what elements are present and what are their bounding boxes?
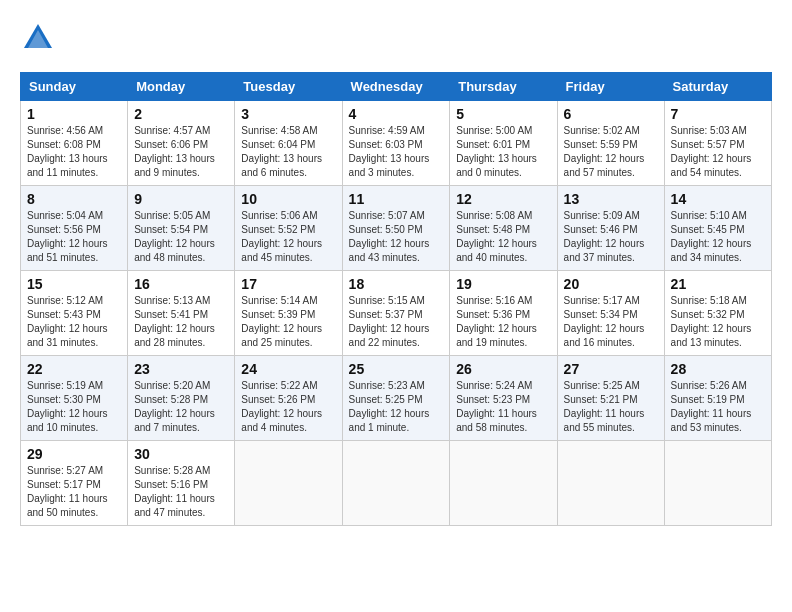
day-info: Sunrise: 5:09 AMSunset: 5:46 PMDaylight:…	[564, 209, 658, 265]
calendar-week-1: 1Sunrise: 4:56 AMSunset: 6:08 PMDaylight…	[21, 101, 772, 186]
calendar-header-saturday: Saturday	[664, 73, 771, 101]
calendar-cell: 30Sunrise: 5:28 AMSunset: 5:16 PMDayligh…	[128, 441, 235, 526]
calendar-cell	[557, 441, 664, 526]
day-info: Sunrise: 5:04 AMSunset: 5:56 PMDaylight:…	[27, 209, 121, 265]
logo-icon	[20, 20, 56, 56]
day-info: Sunrise: 5:26 AMSunset: 5:19 PMDaylight:…	[671, 379, 765, 435]
day-number: 21	[671, 276, 765, 292]
day-number: 26	[456, 361, 550, 377]
day-info: Sunrise: 5:15 AMSunset: 5:37 PMDaylight:…	[349, 294, 444, 350]
calendar-header-sunday: Sunday	[21, 73, 128, 101]
day-number: 28	[671, 361, 765, 377]
calendar-cell: 5Sunrise: 5:00 AMSunset: 6:01 PMDaylight…	[450, 101, 557, 186]
day-number: 23	[134, 361, 228, 377]
day-info: Sunrise: 5:05 AMSunset: 5:54 PMDaylight:…	[134, 209, 228, 265]
day-info: Sunrise: 4:57 AMSunset: 6:06 PMDaylight:…	[134, 124, 228, 180]
calendar-cell: 20Sunrise: 5:17 AMSunset: 5:34 PMDayligh…	[557, 271, 664, 356]
calendar-cell: 22Sunrise: 5:19 AMSunset: 5:30 PMDayligh…	[21, 356, 128, 441]
day-info: Sunrise: 4:59 AMSunset: 6:03 PMDaylight:…	[349, 124, 444, 180]
day-info: Sunrise: 5:23 AMSunset: 5:25 PMDaylight:…	[349, 379, 444, 435]
calendar-cell: 6Sunrise: 5:02 AMSunset: 5:59 PMDaylight…	[557, 101, 664, 186]
calendar-cell: 19Sunrise: 5:16 AMSunset: 5:36 PMDayligh…	[450, 271, 557, 356]
calendar-cell: 26Sunrise: 5:24 AMSunset: 5:23 PMDayligh…	[450, 356, 557, 441]
calendar-cell: 18Sunrise: 5:15 AMSunset: 5:37 PMDayligh…	[342, 271, 450, 356]
calendar-week-4: 22Sunrise: 5:19 AMSunset: 5:30 PMDayligh…	[21, 356, 772, 441]
day-info: Sunrise: 5:18 AMSunset: 5:32 PMDaylight:…	[671, 294, 765, 350]
day-number: 9	[134, 191, 228, 207]
day-info: Sunrise: 5:20 AMSunset: 5:28 PMDaylight:…	[134, 379, 228, 435]
day-number: 3	[241, 106, 335, 122]
day-number: 22	[27, 361, 121, 377]
day-number: 20	[564, 276, 658, 292]
day-number: 18	[349, 276, 444, 292]
day-info: Sunrise: 5:10 AMSunset: 5:45 PMDaylight:…	[671, 209, 765, 265]
calendar-week-2: 8Sunrise: 5:04 AMSunset: 5:56 PMDaylight…	[21, 186, 772, 271]
calendar-cell: 1Sunrise: 4:56 AMSunset: 6:08 PMDaylight…	[21, 101, 128, 186]
day-info: Sunrise: 5:19 AMSunset: 5:30 PMDaylight:…	[27, 379, 121, 435]
day-info: Sunrise: 5:07 AMSunset: 5:50 PMDaylight:…	[349, 209, 444, 265]
day-number: 11	[349, 191, 444, 207]
calendar-header-thursday: Thursday	[450, 73, 557, 101]
day-info: Sunrise: 5:27 AMSunset: 5:17 PMDaylight:…	[27, 464, 121, 520]
calendar-table: SundayMondayTuesdayWednesdayThursdayFrid…	[20, 72, 772, 526]
day-number: 1	[27, 106, 121, 122]
day-number: 14	[671, 191, 765, 207]
day-info: Sunrise: 5:28 AMSunset: 5:16 PMDaylight:…	[134, 464, 228, 520]
day-number: 24	[241, 361, 335, 377]
calendar-cell	[664, 441, 771, 526]
calendar-cell: 14Sunrise: 5:10 AMSunset: 5:45 PMDayligh…	[664, 186, 771, 271]
day-info: Sunrise: 5:16 AMSunset: 5:36 PMDaylight:…	[456, 294, 550, 350]
calendar-body: 1Sunrise: 4:56 AMSunset: 6:08 PMDaylight…	[21, 101, 772, 526]
day-info: Sunrise: 5:22 AMSunset: 5:26 PMDaylight:…	[241, 379, 335, 435]
day-info: Sunrise: 4:56 AMSunset: 6:08 PMDaylight:…	[27, 124, 121, 180]
day-number: 5	[456, 106, 550, 122]
logo	[20, 20, 60, 56]
day-number: 13	[564, 191, 658, 207]
day-info: Sunrise: 5:24 AMSunset: 5:23 PMDaylight:…	[456, 379, 550, 435]
day-info: Sunrise: 5:08 AMSunset: 5:48 PMDaylight:…	[456, 209, 550, 265]
day-number: 27	[564, 361, 658, 377]
day-number: 6	[564, 106, 658, 122]
day-number: 19	[456, 276, 550, 292]
day-info: Sunrise: 5:25 AMSunset: 5:21 PMDaylight:…	[564, 379, 658, 435]
calendar-cell: 12Sunrise: 5:08 AMSunset: 5:48 PMDayligh…	[450, 186, 557, 271]
day-number: 30	[134, 446, 228, 462]
day-info: Sunrise: 5:06 AMSunset: 5:52 PMDaylight:…	[241, 209, 335, 265]
calendar-cell: 4Sunrise: 4:59 AMSunset: 6:03 PMDaylight…	[342, 101, 450, 186]
day-number: 25	[349, 361, 444, 377]
calendar-header-row: SundayMondayTuesdayWednesdayThursdayFrid…	[21, 73, 772, 101]
calendar-cell: 9Sunrise: 5:05 AMSunset: 5:54 PMDaylight…	[128, 186, 235, 271]
calendar-cell: 28Sunrise: 5:26 AMSunset: 5:19 PMDayligh…	[664, 356, 771, 441]
day-number: 8	[27, 191, 121, 207]
calendar-cell	[342, 441, 450, 526]
calendar-cell: 7Sunrise: 5:03 AMSunset: 5:57 PMDaylight…	[664, 101, 771, 186]
day-number: 4	[349, 106, 444, 122]
day-number: 12	[456, 191, 550, 207]
day-number: 2	[134, 106, 228, 122]
calendar-cell: 8Sunrise: 5:04 AMSunset: 5:56 PMDaylight…	[21, 186, 128, 271]
calendar-cell: 25Sunrise: 5:23 AMSunset: 5:25 PMDayligh…	[342, 356, 450, 441]
day-info: Sunrise: 5:17 AMSunset: 5:34 PMDaylight:…	[564, 294, 658, 350]
calendar-header-tuesday: Tuesday	[235, 73, 342, 101]
calendar-header-monday: Monday	[128, 73, 235, 101]
calendar-cell: 3Sunrise: 4:58 AMSunset: 6:04 PMDaylight…	[235, 101, 342, 186]
calendar-cell: 13Sunrise: 5:09 AMSunset: 5:46 PMDayligh…	[557, 186, 664, 271]
calendar-cell	[235, 441, 342, 526]
calendar-week-5: 29Sunrise: 5:27 AMSunset: 5:17 PMDayligh…	[21, 441, 772, 526]
day-info: Sunrise: 5:12 AMSunset: 5:43 PMDaylight:…	[27, 294, 121, 350]
day-number: 29	[27, 446, 121, 462]
day-info: Sunrise: 5:00 AMSunset: 6:01 PMDaylight:…	[456, 124, 550, 180]
calendar-header-friday: Friday	[557, 73, 664, 101]
day-number: 16	[134, 276, 228, 292]
calendar-cell: 29Sunrise: 5:27 AMSunset: 5:17 PMDayligh…	[21, 441, 128, 526]
day-number: 10	[241, 191, 335, 207]
calendar-cell: 27Sunrise: 5:25 AMSunset: 5:21 PMDayligh…	[557, 356, 664, 441]
day-number: 17	[241, 276, 335, 292]
calendar-cell: 2Sunrise: 4:57 AMSunset: 6:06 PMDaylight…	[128, 101, 235, 186]
calendar-cell: 16Sunrise: 5:13 AMSunset: 5:41 PMDayligh…	[128, 271, 235, 356]
calendar-week-3: 15Sunrise: 5:12 AMSunset: 5:43 PMDayligh…	[21, 271, 772, 356]
day-info: Sunrise: 5:13 AMSunset: 5:41 PMDaylight:…	[134, 294, 228, 350]
calendar-cell: 23Sunrise: 5:20 AMSunset: 5:28 PMDayligh…	[128, 356, 235, 441]
day-number: 15	[27, 276, 121, 292]
day-number: 7	[671, 106, 765, 122]
